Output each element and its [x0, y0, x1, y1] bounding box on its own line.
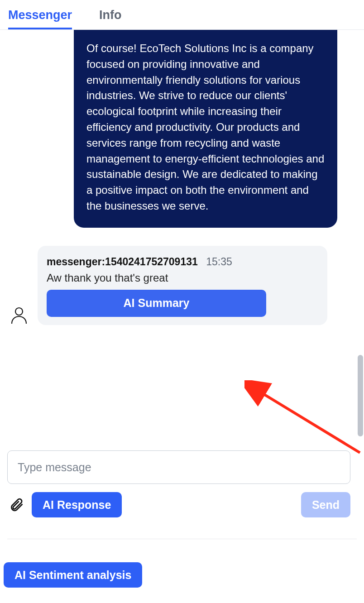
svg-point-0	[15, 308, 23, 315]
compose-toolbar: AI Response Send	[7, 492, 357, 517]
scrollbar[interactable]	[358, 29, 364, 436]
user-message-time: 15:35	[206, 256, 232, 268]
user-avatar-icon	[9, 304, 29, 325]
ai-summary-button[interactable]: AI Summary	[47, 290, 266, 317]
ai-sentiment-button[interactable]: AI Sentiment analysis	[4, 562, 142, 588]
user-sender-id: messenger:1540241752709131	[47, 256, 198, 268]
conversation-pane: Of course! EcoTech Solutions Inc is a co…	[0, 30, 364, 437]
tab-messenger[interactable]: Messenger	[8, 8, 72, 29]
tab-info[interactable]: Info	[99, 8, 121, 29]
tabs: Messenger Info	[0, 0, 364, 30]
agent-message-bubble: Of course! EcoTech Solutions Inc is a co…	[74, 30, 337, 228]
user-message-text: Aw thank you that's great	[47, 272, 318, 284]
agent-message-text: Of course! EcoTech Solutions Inc is a co…	[86, 42, 324, 212]
user-message-row: messenger:1540241752709131 15:35 Aw than…	[7, 246, 357, 325]
message-input[interactable]	[7, 450, 350, 484]
divider	[7, 539, 357, 539]
compose-area: AI Response Send	[0, 444, 364, 517]
attachment-icon[interactable]	[7, 496, 25, 514]
user-message-bubble: messenger:1540241752709131 15:35 Aw than…	[38, 246, 327, 325]
user-message-header: messenger:1540241752709131 15:35	[47, 256, 318, 268]
scrollbar-thumb[interactable]	[358, 355, 363, 436]
send-button[interactable]: Send	[301, 492, 350, 517]
ai-response-button[interactable]: AI Response	[32, 492, 122, 517]
